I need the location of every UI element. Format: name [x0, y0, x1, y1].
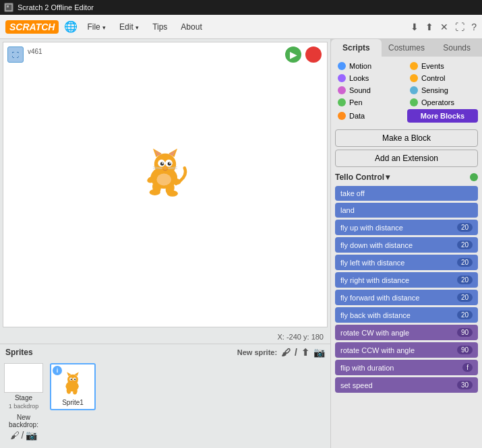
scratch-logo: SCRATCH [5, 20, 59, 34]
stage-thumb-box[interactable] [4, 363, 43, 393]
sprite-thumbnail [58, 368, 88, 397]
paint-sprite-button[interactable]: 🖌 [281, 347, 291, 358]
upload-icon[interactable]: ⬆ [425, 22, 433, 32]
stage-version-label: v461 [28, 48, 42, 55]
block-take-off[interactable]: take off [335, 186, 478, 201]
block-fly-right[interactable]: fly right with distance 20 [335, 272, 478, 288]
category-motion[interactable]: Motion [335, 61, 406, 71]
block-fly-forward[interactable]: fly forward with distance 20 [335, 290, 478, 305]
svg-point-25 [156, 173, 171, 185]
category-events[interactable]: Events [407, 61, 478, 71]
block-fly-forward-value: 20 [457, 293, 473, 302]
globe-icon[interactable]: 🌐 [64, 20, 78, 33]
block-rotate-ccw[interactable]: rotate CCW with angle 90 [335, 342, 478, 358]
block-fly-up[interactable]: fly up with distance 20 [335, 220, 478, 235]
cat-sprite [135, 140, 195, 201]
green-flag-button[interactable]: ▶ [285, 46, 301, 63]
stage-name: Stage [15, 394, 32, 402]
sprite-item[interactable]: i [50, 363, 96, 410]
block-land[interactable]: land [335, 203, 478, 218]
menubar-right: ⬇ ⬆ ✕ ⛶ ? [411, 22, 477, 32]
stage-expand-button[interactable]: ⛶ [7, 46, 24, 63]
sprites-header: Sprites New sprite: 🖌 / ⬆ 📷 [0, 344, 330, 360]
tab-scripts[interactable]: Scripts [331, 39, 382, 57]
import-sprite-button[interactable]: / [295, 347, 297, 358]
paint-backdrop-button[interactable]: 🖌 [10, 430, 20, 441]
titlebar: Scratch 2 Offline Editor [0, 0, 482, 15]
category-sound[interactable]: Sound [335, 85, 406, 96]
stage-area: ▶ ⛶ v461 X: -240 y: 180 Sprites New spri… [0, 39, 330, 448]
block-fly-left[interactable]: fly left with distance 20 [335, 255, 478, 270]
main-area: ▶ ⛶ v461 X: -240 y: 180 Sprites New spri… [0, 39, 482, 448]
block-fly-down[interactable]: fly down with distance 20 [335, 237, 478, 253]
block-flip[interactable]: flip with duration f [335, 360, 478, 375]
fullscreen-icon[interactable]: ✕ [440, 22, 448, 32]
stage-backdrops: 1 backdrop [9, 403, 39, 410]
stop-button[interactable] [305, 46, 322, 63]
block-categories: Motion Events Looks Control Sound Sensin… [331, 57, 482, 127]
menu-about[interactable]: About [177, 20, 206, 34]
help-icon[interactable]: ? [471, 22, 477, 32]
svg-point-23 [150, 189, 160, 195]
menu-file[interactable]: File ▾ [83, 20, 110, 34]
block-fly-left-value: 20 [457, 258, 473, 267]
menu-edit[interactable]: Edit ▾ [115, 20, 143, 34]
right-panel: Scripts Costumes Sounds Motion Events Lo… [330, 39, 482, 448]
more-blocks-button[interactable]: More Blocks [407, 109, 478, 123]
block-rotate-cw-value: 90 [457, 328, 473, 337]
block-fly-up-value: 20 [457, 223, 473, 232]
tab-sounds[interactable]: Sounds [431, 39, 482, 57]
camera-backdrop-button[interactable]: 📷 [26, 430, 37, 441]
new-sprite-label: New sprite: [237, 348, 277, 356]
pen-dot [338, 98, 346, 106]
camera-sprite-button[interactable]: 📷 [313, 347, 325, 358]
svg-point-3 [154, 154, 176, 175]
new-backdrop-label: New backdrop: [3, 414, 44, 428]
svg-point-12 [162, 162, 163, 164]
upload-sprite-button[interactable]: ⬆ [301, 347, 309, 358]
sound-dot [338, 86, 346, 94]
control-dot [410, 74, 418, 82]
sprites-content: Stage 1 backdrop New backdrop: 🖌 / 📷 i [0, 360, 330, 448]
make-block-button[interactable]: Make a Block [335, 129, 478, 147]
block-fly-back[interactable]: fly back with distance 20 [335, 307, 478, 323]
sprite-name: Sprite1 [62, 399, 84, 406]
sprite-info-badge[interactable]: i [53, 366, 62, 375]
events-dot [410, 62, 418, 70]
tello-status-indicator [470, 173, 478, 181]
sprites-label: Sprites [5, 348, 33, 357]
import-backdrop-button[interactable]: / [22, 430, 24, 441]
category-operators[interactable]: Operators [407, 97, 478, 108]
tab-costumes[interactable]: Costumes [382, 39, 432, 57]
tello-arrow-icon: ▾ [386, 172, 390, 182]
sensing-dot [410, 86, 418, 94]
stage-thumbnail: Stage 1 backdrop New backdrop: 🖌 / 📷 [0, 360, 47, 448]
svg-point-27 [67, 374, 78, 385]
category-pen[interactable]: Pen [335, 97, 406, 108]
new-sprite-controls: New sprite: 🖌 / ⬆ 📷 [237, 347, 325, 358]
app-title: Scratch 2 Offline Editor [18, 3, 94, 11]
svg-point-13 [169, 162, 171, 164]
add-extension-button[interactable]: Add an Extension [335, 150, 478, 167]
block-flip-value: f [462, 363, 473, 372]
block-set-speed[interactable]: set speed 30 [335, 377, 478, 393]
svg-point-32 [71, 379, 72, 380]
stage-container: ▶ ⛶ v461 [3, 42, 328, 327]
category-looks[interactable]: Looks [335, 73, 406, 84]
tello-dropdown[interactable]: Tello Control ▾ [335, 172, 390, 182]
category-sensing[interactable]: Sensing [407, 85, 478, 96]
svg-point-11 [168, 162, 171, 165]
tello-header: Tello Control ▾ [335, 172, 478, 182]
download-icon[interactable]: ⬇ [411, 22, 419, 32]
stage-controls: ▶ [285, 46, 322, 63]
block-fly-back-value: 20 [457, 311, 473, 319]
backdrop-icon-buttons: 🖌 / 📷 [10, 430, 38, 441]
block-set-speed-value: 30 [457, 381, 473, 389]
stage-canvas[interactable]: ▶ ⛶ v461 [3, 42, 327, 327]
menu-tips[interactable]: Tips [148, 20, 171, 34]
svg-rect-1 [7, 5, 9, 7]
category-data[interactable]: Data [335, 109, 406, 123]
block-rotate-cw[interactable]: rotate CW with angle 90 [335, 325, 478, 340]
category-control[interactable]: Control [407, 73, 478, 84]
expand-icon[interactable]: ⛶ [455, 22, 464, 32]
